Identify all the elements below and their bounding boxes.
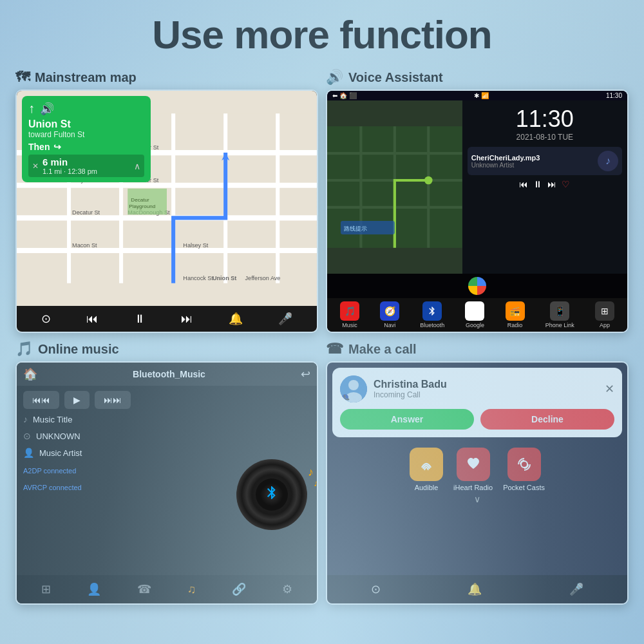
then-label: Then — [28, 142, 50, 152]
voice-app-bluetooth-label: Bluetooth — [420, 322, 444, 328]
map-panel-label: 🗺 Mainstream map — [15, 69, 318, 86]
voice-app-radio[interactable]: 📻 Radio — [506, 301, 525, 328]
voice-music-info: CheriCheriLady.mp3 Unknown Artist — [471, 154, 594, 169]
map-btn-home[interactable]: ⊙ — [41, 312, 51, 326]
voice-app-bluetooth-icon — [422, 301, 442, 321]
call-apps-grid: Audible iHeart Radio — [327, 442, 627, 491]
voice-app-apps-icon: ⊞ — [595, 301, 614, 321]
voice-app-radio-label: Radio — [507, 322, 523, 328]
map-panel-wrapper: 🗺 Mainstream map 10:00 ▲ ⬛ ◼ ◾ — [15, 69, 318, 333]
nav-street: Union St — [28, 118, 144, 130]
voice-app-navi[interactable]: 🧭 Navi — [380, 301, 399, 328]
voice-app-google-label: Google — [466, 322, 484, 328]
music-controls: ⏮⏮ ▶ ⏭⏭ — [17, 386, 317, 414]
music-unknown-label: UNKNOWN — [36, 431, 80, 441]
call-avatar: 📞 — [340, 375, 367, 402]
music-bottom-note[interactable]: ♫ — [187, 583, 196, 596]
map-panel: 10:00 ▲ ⬛ ◼ ◾ — [17, 91, 317, 332]
call-action-buttons: Answer Decline — [340, 409, 614, 430]
music-bottom-link[interactable]: 🔗 — [232, 582, 246, 596]
map-nav-card: ↑ 🔊 Union St toward Fulton St Then ↪ ✕ — [22, 96, 151, 182]
call-bottom-bell[interactable]: 🔔 — [468, 582, 482, 596]
voice-ctrl-next[interactable]: ⏭ — [547, 179, 556, 189]
call-icon: ☎ — [326, 341, 343, 357]
music-bottom-phone[interactable]: ☎ — [137, 582, 151, 596]
music-row-artist: 👤 Music Artist — [23, 448, 233, 458]
voice-app-bluetooth[interactable]: Bluetooth — [420, 301, 444, 328]
voice-status-bar: ⬅ 🏠 ⬛ ✱ 📶 11:30 — [327, 91, 627, 100]
call-caller-name: Christina Badu — [374, 379, 447, 390]
voice-app-music[interactable]: 🎵 Music — [340, 301, 359, 328]
call-app-pocketcasts-label: Pocket Casts — [503, 484, 545, 491]
voice-app-music-label: Music — [342, 322, 357, 328]
voice-status-left: ⬅ 🏠 ⬛ — [332, 92, 357, 99]
music-artist-name: Music Artist — [39, 448, 82, 458]
call-app-pocketcasts[interactable]: Pocket Casts — [503, 448, 545, 491]
music-panel: 🏠 Bluetooth_Music ↩ ⏮⏮ ▶ ⏭⏭ ♪ Music — [17, 363, 317, 603]
map-btn-prev[interactable]: ⏮ — [86, 312, 98, 326]
voice-music-title: CheriCheriLady.mp3 — [471, 154, 594, 162]
voice-music-controls: ⏮ ⏸ ⏭ ♡ — [468, 179, 622, 189]
map-screen: 10:00 ▲ ⬛ ◼ ◾ — [15, 90, 318, 333]
voice-music-card: CheriCheriLady.mp3 Unknown Artist ♪ — [468, 147, 622, 175]
music-ctrl-ff[interactable]: ⏭⏭ — [95, 391, 131, 409]
call-screen: 📞 Christina Badu Incoming Call ✕ — [326, 361, 629, 605]
voice-app-apps-label: App — [600, 322, 610, 328]
music-note-icon: ♪ — [23, 414, 28, 424]
music-back-icon[interactable]: ↩ — [301, 367, 310, 381]
main-container: Use more function 🗺 Mainstream map 10:00… — [0, 0, 644, 644]
map-btn-bell[interactable]: 🔔 — [229, 312, 243, 326]
voice-app-google-icon: G — [465, 301, 484, 321]
music-row-title: ♪ Music Title — [23, 414, 233, 424]
voice-map-mini-svg: 路线提示 — [327, 100, 462, 274]
music-panel-label: 🎵 Online music — [15, 341, 318, 357]
direction-row: ↑ 🔊 — [28, 101, 144, 116]
svg-text:Jefferson Ave: Jefferson Ave — [245, 275, 281, 281]
call-app-iheart[interactable]: iHeart Radio — [453, 448, 493, 491]
call-bottom-home[interactable]: ⊙ — [371, 582, 381, 596]
voice-ctrl-heart[interactable]: ♡ — [562, 179, 570, 189]
music-ctrl-rewind[interactable]: ⏮⏮ — [23, 391, 59, 409]
call-bottom-mic[interactable]: 🎤 — [569, 582, 583, 596]
map-btn-mic[interactable]: 🎤 — [278, 312, 292, 326]
svg-text:Playground: Playground — [129, 204, 155, 209]
music-bottom-grid[interactable]: ⊞ — [41, 582, 51, 596]
scroll-down-icon: ∨ — [474, 494, 480, 504]
call-close-button[interactable]: ✕ — [605, 382, 614, 396]
call-user-info: 📞 Christina Badu Incoming Call — [340, 375, 447, 402]
voice-app-apps[interactable]: ⊞ App — [595, 301, 614, 328]
call-status-text: Incoming Call — [374, 390, 447, 399]
map-btn-next[interactable]: ⏭ — [181, 312, 193, 326]
music-home-icon[interactable]: 🏠 — [23, 367, 37, 381]
voice-icon: 🔊 — [326, 69, 343, 86]
music-ctrl-play[interactable]: ▶ — [64, 391, 90, 409]
voice-ctrl-prev[interactable]: ⏮ — [519, 179, 528, 189]
map-btn-pause[interactable]: ⏸ — [134, 312, 146, 326]
music-status-avrcp: AVRCP connected — [23, 484, 233, 491]
music-title: Bluetooth_Music — [133, 369, 205, 379]
eta-row: ✕ 6 min 1.1 mi · 12:38 pm ∧ — [28, 155, 144, 177]
voice-info-section: 11:30 2021-08-10 TUE CheriCheriLady.mp3 … — [462, 100, 627, 274]
music-bottom-gear[interactable]: ⚙ — [282, 582, 292, 596]
svg-text:📞: 📞 — [343, 394, 350, 401]
music-bottom-user[interactable]: 👤 — [87, 582, 101, 596]
voice-screen: ⬅ 🏠 ⬛ ✱ 📶 11:30 — [326, 90, 629, 333]
call-answer-button[interactable]: Answer — [340, 409, 474, 430]
call-panel: 📞 Christina Badu Incoming Call ✕ — [327, 363, 627, 603]
voice-ctrl-pause[interactable]: ⏸ — [533, 179, 542, 189]
google-assistant-icon — [468, 277, 486, 295]
voice-app-google[interactable]: G Google — [465, 301, 484, 328]
music-row-unknown: ⊙ UNKNOWN — [23, 431, 233, 441]
voice-overlay-bar — [327, 274, 627, 298]
voice-app-phonelink-label: Phone Link — [545, 322, 574, 328]
voice-app-phonelink[interactable]: 📱 Phone Link — [545, 301, 574, 328]
call-header: 📞 Christina Badu Incoming Call ✕ — [340, 375, 614, 402]
eta-time: 6 min — [43, 156, 97, 167]
call-app-iheart-label: iHeart Radio — [453, 484, 493, 491]
voice-app-radio-icon: 📻 — [506, 301, 525, 321]
call-app-audible[interactable]: Audible — [410, 448, 443, 491]
voice-map-section: 路线提示 — [327, 100, 462, 274]
page-title: Use more function — [152, 12, 491, 57]
call-decline-button[interactable]: Decline — [480, 409, 614, 430]
turn-arrow: ↪ — [53, 142, 61, 152]
